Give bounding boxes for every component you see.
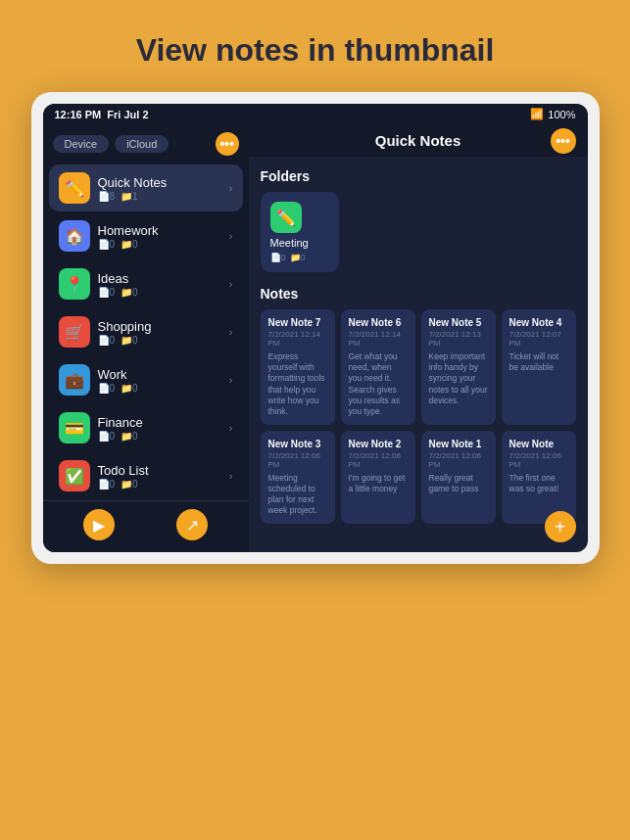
sidebar-item-info: Ideas 📄0 📁0 bbox=[98, 271, 229, 298]
main-more-button[interactable]: ••• bbox=[551, 128, 576, 154]
folders-row: ✏️ Meeting 📄0 📁0 bbox=[261, 192, 576, 272]
sidebar-item-meta: 📄0 📁0 bbox=[98, 335, 229, 346]
chevron-icon: › bbox=[229, 326, 233, 338]
folder-icon: ✏️ bbox=[270, 202, 302, 233]
sidebar-item-icon: ✏️ bbox=[59, 172, 90, 204]
sidebar-item-ideas[interactable]: 📍 Ideas 📄0 📁0 › bbox=[49, 260, 243, 307]
main-content: Quick Notes ••• Folders ✏️ Meeting 📄0 📁0… bbox=[249, 124, 588, 552]
note-date: 7/2/2021 12:06 PM bbox=[429, 451, 488, 469]
sidebar-item-icon: ✅ bbox=[59, 460, 90, 491]
battery-text: 100% bbox=[548, 109, 575, 120]
sidebar-item-shopping[interactable]: 🛒 Shopping 📄0 📁0 › bbox=[49, 308, 243, 355]
sidebar-item-label: Shopping bbox=[98, 319, 229, 334]
sidebar-item-info: Finance 📄0 📁0 bbox=[98, 415, 229, 442]
status-right: 📶 100% bbox=[530, 108, 575, 120]
note-card[interactable]: New Note 7/2/2021 12:06 PM The first one… bbox=[502, 431, 576, 524]
note-date: 7/2/2021 12:13 PM bbox=[429, 330, 488, 348]
sidebar-item-finance[interactable]: 💳 Finance 📄0 📁0 › bbox=[49, 404, 243, 451]
note-title: New Note 1 bbox=[429, 439, 488, 449]
note-date: 7/2/2021 12:07 PM bbox=[509, 330, 568, 348]
folders-count: 📁0 bbox=[121, 383, 138, 394]
page-header: View notes in thumbnail bbox=[97, 0, 534, 92]
sidebar-item-icon: 🏠 bbox=[59, 220, 90, 252]
chevron-icon: › bbox=[229, 278, 233, 290]
sidebar-export-button[interactable]: ↗ bbox=[176, 509, 208, 540]
folder-name: Meeting bbox=[270, 237, 329, 249]
note-card[interactable]: New Note 1 7/2/2021 12:06 PM Really grea… bbox=[421, 431, 496, 524]
sidebar-item-label: Work bbox=[98, 367, 229, 382]
folder-meta: 📄0 📁0 bbox=[270, 253, 329, 262]
sidebar-item-homework[interactable]: 🏠 Homework 📄0 📁0 › bbox=[49, 212, 243, 259]
status-time: 12:16 PM Fri Jul 2 bbox=[55, 109, 149, 120]
device-screen: 12:16 PM Fri Jul 2 📶 100% Device iCloud … bbox=[43, 104, 588, 552]
note-preview: Keep important info handy by syncing you… bbox=[429, 351, 488, 405]
note-date: 7/2/2021 12:06 PM bbox=[268, 451, 327, 469]
sidebar-item-meta: 📄0 📁0 bbox=[98, 431, 229, 442]
chevron-icon: › bbox=[229, 470, 233, 482]
sidebar-item-icon: 🛒 bbox=[59, 316, 90, 348]
sidebar-play-button[interactable]: ▶ bbox=[83, 509, 115, 540]
folders-count: 📁0 bbox=[121, 335, 138, 346]
folders-count: 📁0 bbox=[121, 287, 138, 298]
notes-section-title: Notes bbox=[261, 286, 576, 302]
note-card[interactable]: New Note 5 7/2/2021 12:13 PM Keep import… bbox=[421, 309, 496, 424]
sidebar-item-label: Ideas bbox=[98, 271, 229, 286]
device-wrapper: 12:16 PM Fri Jul 2 📶 100% Device iCloud … bbox=[31, 92, 600, 564]
sidebar-item-work[interactable]: 💼 Work 📄0 📁0 › bbox=[49, 356, 243, 403]
sidebar-item-label: Finance bbox=[98, 415, 229, 430]
sidebar-item-label: Quick Notes bbox=[98, 175, 229, 190]
notes-count: 📄0 bbox=[98, 431, 116, 442]
note-preview: Meeting scheduled to plan for next week … bbox=[268, 473, 327, 516]
main-body: Folders ✏️ Meeting 📄0 📁0 Notes New Note … bbox=[249, 157, 588, 552]
sidebar-item-icon: 💼 bbox=[59, 364, 90, 396]
sidebar-item-icon: 📍 bbox=[59, 268, 90, 300]
main-title: Quick Notes bbox=[375, 132, 461, 149]
sidebar-item-meta: 📄0 📁0 bbox=[98, 239, 229, 250]
sidebar-item-todo-list[interactable]: ✅ Todo List 📄0 📁0 › bbox=[49, 452, 243, 499]
sidebar-item-info: Todo List 📄0 📁0 bbox=[98, 463, 229, 490]
note-preview: Really great game to pass bbox=[429, 473, 488, 494]
sidebar-item-icon: 💳 bbox=[59, 412, 90, 443]
notes-count: 📄8 bbox=[98, 191, 116, 202]
note-card[interactable]: New Note 4 7/2/2021 12:07 PM Ticket will… bbox=[502, 309, 576, 424]
notes-count: 📄0 bbox=[98, 383, 116, 394]
note-date: 7/2/2021 12:06 PM bbox=[349, 451, 408, 469]
note-title: New Note 7 bbox=[268, 317, 327, 328]
note-title: New Note bbox=[509, 439, 568, 449]
app-content: Device iCloud ••• ✏️ Quick Notes 📄8 📁1 ›… bbox=[43, 124, 588, 552]
note-card[interactable]: New Note 6 7/2/2021 12:14 PM Get what yo… bbox=[341, 309, 415, 424]
note-title: New Note 4 bbox=[509, 317, 568, 328]
folders-count: 📁1 bbox=[121, 191, 138, 202]
sidebar-item-info: Work 📄0 📁0 bbox=[98, 367, 229, 394]
sidebar-more-button[interactable]: ••• bbox=[216, 132, 239, 156]
sidebar-header: Device iCloud ••• bbox=[43, 124, 249, 163]
note-preview: Express yourself with formatting tools t… bbox=[268, 351, 327, 416]
wifi-icon: 📶 bbox=[530, 108, 544, 120]
chevron-icon: › bbox=[229, 422, 233, 434]
folder-card[interactable]: ✏️ Meeting 📄0 📁0 bbox=[261, 192, 339, 272]
notes-count: 📄0 bbox=[98, 287, 116, 298]
note-card[interactable]: New Note 2 7/2/2021 12:06 PM I'm going t… bbox=[341, 431, 415, 524]
sidebar-item-info: Quick Notes 📄8 📁1 bbox=[98, 175, 229, 202]
notes-count: 📄0 bbox=[98, 335, 116, 346]
sidebar-item-label: Todo List bbox=[98, 463, 229, 478]
sidebar-footer: ▶ ↗ bbox=[43, 500, 249, 544]
sidebar-item-info: Homework 📄0 📁0 bbox=[98, 223, 229, 250]
chevron-icon: › bbox=[229, 182, 233, 194]
status-bar: 12:16 PM Fri Jul 2 📶 100% bbox=[43, 104, 588, 124]
note-preview: I'm going to get a little money bbox=[349, 473, 408, 494]
notes-grid: New Note 7 7/2/2021 12:14 PM Express you… bbox=[261, 309, 576, 523]
note-card[interactable]: New Note 7 7/2/2021 12:14 PM Express you… bbox=[261, 309, 335, 424]
notes-count: 📄0 bbox=[98, 479, 116, 490]
icloud-tab[interactable]: iCloud bbox=[115, 135, 169, 153]
page-title: View notes in thumbnail bbox=[136, 31, 495, 69]
folder-folders-count: 📁0 bbox=[290, 253, 306, 262]
chevron-icon: › bbox=[229, 374, 233, 386]
fab-button[interactable]: + bbox=[545, 511, 576, 542]
note-card[interactable]: New Note 3 7/2/2021 12:06 PM Meeting sch… bbox=[261, 431, 335, 524]
note-date: 7/2/2021 12:14 PM bbox=[349, 330, 408, 348]
note-preview: The first one was so great! bbox=[509, 473, 568, 494]
device-tab[interactable]: Device bbox=[53, 135, 110, 153]
sidebar-item-quick-notes[interactable]: ✏️ Quick Notes 📄8 📁1 › bbox=[49, 164, 243, 211]
main-header: Quick Notes ••• bbox=[249, 124, 588, 157]
